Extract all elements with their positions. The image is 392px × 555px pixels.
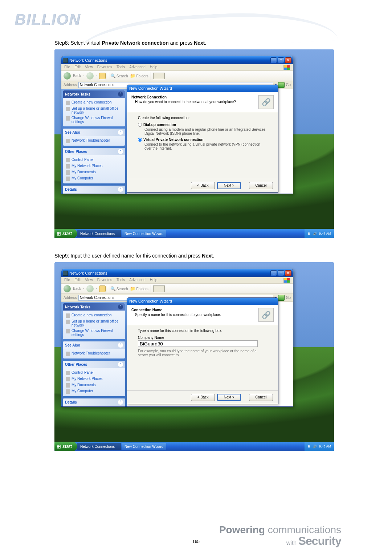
sidebar-item-computer[interactable]: My Computer xyxy=(66,388,122,394)
tray-icon[interactable]: 🖥 xyxy=(307,445,311,448)
sidebar-item-documents[interactable]: My Documents xyxy=(66,169,122,175)
menu-help[interactable]: Help xyxy=(150,278,158,283)
taskbar-item-network[interactable]: Network Connections xyxy=(77,230,121,237)
back-label: Back xyxy=(73,74,81,78)
menu-file[interactable]: File xyxy=(64,65,70,70)
sidebar-item-troubleshooter[interactable]: Network Troubleshooter xyxy=(66,351,122,357)
menu-favorites[interactable]: Favorites xyxy=(97,65,112,70)
back-button[interactable]: < Back xyxy=(191,394,215,401)
window-title: Network Connections xyxy=(69,271,270,275)
sidebar-item-documents[interactable]: My Documents xyxy=(66,382,122,388)
menu-edit[interactable]: Edit xyxy=(74,278,81,283)
menu-edit[interactable]: Edit xyxy=(74,65,81,70)
menu-view[interactable]: View xyxy=(85,278,93,283)
sidebar-item-computer[interactable]: My Computer xyxy=(66,175,122,182)
collapse-icon[interactable]: ˄ xyxy=(118,149,123,154)
back-button[interactable]: < Back xyxy=(191,182,215,189)
tray-icon[interactable]: 🖥 xyxy=(307,232,311,235)
go-label: Go xyxy=(286,296,291,300)
tray-icon[interactable]: 🔊 xyxy=(313,445,317,448)
new-connection-wizard-2: New Connection Wizard Connection Name Sp… xyxy=(127,297,278,404)
start-button[interactable]: start xyxy=(54,442,77,451)
taskbar-item-wizard[interactable]: New Connection Wizard xyxy=(122,443,166,450)
sidebar-item-setup-network[interactable]: Set up a home or small office network xyxy=(66,319,122,328)
menu-tools[interactable]: Tools xyxy=(117,278,125,283)
menu-help[interactable]: Help xyxy=(150,65,158,70)
step9-text: Step9: Input the user-defined name for t… xyxy=(54,253,341,259)
company-name-input[interactable] xyxy=(138,340,258,347)
folders-button[interactable]: Folders xyxy=(130,286,148,291)
minimize-button[interactable]: _ xyxy=(270,57,277,63)
start-button[interactable]: start xyxy=(54,229,77,238)
forward-button[interactable] xyxy=(86,285,94,292)
radio-vpn-input[interactable] xyxy=(138,138,142,142)
radio-dialup-input[interactable] xyxy=(138,123,142,127)
go-button[interactable]: → xyxy=(278,82,285,88)
sidebar-item-firewall[interactable]: Change Windows Firewall settings xyxy=(66,115,122,125)
wizard-prompt: Type a name for this connection in the f… xyxy=(138,329,267,333)
back-button[interactable] xyxy=(64,72,71,80)
sidebar-item-control-panel[interactable]: Control Panel xyxy=(66,157,122,163)
close-button[interactable]: ✕ xyxy=(285,57,291,63)
collapse-icon[interactable]: ˄ xyxy=(118,130,123,135)
tray-clock: 9:48 AM xyxy=(319,445,331,448)
menu-advanced[interactable]: Advanced xyxy=(129,65,145,70)
see-also-panel: See Also˄ Network Troubleshooter xyxy=(63,129,125,146)
up-button[interactable] xyxy=(99,285,106,292)
sidebar-item-network-places[interactable]: My Network Places xyxy=(66,163,122,169)
other-places-panel: Other Places˄ Control Panel My Network P… xyxy=(63,148,125,183)
explorer-sidebar: Network Tasks˄ Create a new connection S… xyxy=(61,302,127,406)
sidebar-item-control-panel[interactable]: Control Panel xyxy=(66,370,122,376)
taskbar-item-network[interactable]: Network Connections xyxy=(77,443,121,450)
maximize-button[interactable]: □ xyxy=(278,57,284,63)
views-button[interactable] xyxy=(153,73,165,79)
menu-advanced[interactable]: Advanced xyxy=(129,278,145,283)
taskbar-item-wizard[interactable]: New Connection Wizard xyxy=(122,230,166,237)
menu-file[interactable]: File xyxy=(64,278,70,283)
explorer-window: Network Connections _ □ ✕ File Edit View… xyxy=(61,56,293,194)
system-tray[interactable]: 🖥 🔊 9:47 AM xyxy=(305,229,334,238)
sidebar-item-setup-network[interactable]: Set up a home or small office network xyxy=(66,106,122,115)
window-icon xyxy=(63,58,68,63)
radio-dialup[interactable]: Dial-up connection Connect using a modem… xyxy=(138,123,267,135)
cancel-button[interactable]: Cancel xyxy=(249,182,273,189)
windows-flag-icon xyxy=(283,65,290,70)
system-tray[interactable]: 🖥 🔊 9:48 AM xyxy=(305,442,334,451)
folders-button[interactable]: Folders xyxy=(130,73,148,78)
radio-vpn[interactable]: Virtual Private Network connection Conne… xyxy=(138,138,267,150)
window-titlebar[interactable]: Network Connections _ □ ✕ xyxy=(61,269,293,277)
sidebar-item-create-connection[interactable]: Create a new connection xyxy=(66,312,122,319)
next-button[interactable]: Next > xyxy=(217,182,241,189)
menu-view[interactable]: View xyxy=(85,65,93,70)
wizard-prompt: Create the following connection: xyxy=(138,116,267,120)
taskbar: start Network Connections New Connection… xyxy=(54,229,334,238)
sidebar-item-troubleshooter[interactable]: Network Troubleshooter xyxy=(66,138,122,144)
collapse-icon[interactable]: ˄ xyxy=(118,92,123,97)
sidebar-item-create-connection[interactable]: Create a new connection xyxy=(66,100,122,106)
forward-button[interactable] xyxy=(86,72,94,80)
next-button[interactable]: Next > xyxy=(217,394,241,401)
cancel-button[interactable]: Cancel xyxy=(249,394,273,401)
wizard-titlebar[interactable]: New Connection Wizard xyxy=(127,298,278,305)
toolbar: Back · · Search Folders xyxy=(61,71,293,81)
sidebar-item-network-places[interactable]: My Network Places xyxy=(66,376,122,382)
wizard-heading: Network Connection xyxy=(131,95,255,99)
views-button[interactable] xyxy=(153,285,165,292)
search-button[interactable]: Search xyxy=(110,73,128,78)
up-button[interactable] xyxy=(99,73,106,79)
wizard-subheading: How do you want to connect to the networ… xyxy=(131,99,255,104)
back-button[interactable] xyxy=(64,285,71,292)
menu-tools[interactable]: Tools xyxy=(117,65,125,70)
wizard-titlebar[interactable]: New Connection Wizard xyxy=(127,85,278,92)
close-button[interactable]: ✕ xyxy=(285,270,291,276)
go-button[interactable]: → xyxy=(278,295,285,301)
search-button[interactable]: Search xyxy=(110,286,128,291)
maximize-button[interactable]: □ xyxy=(278,270,284,276)
minimize-button[interactable]: _ xyxy=(270,270,277,276)
sidebar-item-firewall[interactable]: Change Windows Firewall settings xyxy=(66,328,122,337)
explorer-window-2: Network Connections _ □ ✕ File Edit View… xyxy=(61,269,293,407)
window-titlebar[interactable]: Network Connections _ □ ✕ xyxy=(61,56,293,64)
collapse-icon[interactable]: ˄ xyxy=(118,187,123,192)
menu-favorites[interactable]: Favorites xyxy=(97,278,112,283)
tray-icon[interactable]: 🔊 xyxy=(313,232,317,235)
